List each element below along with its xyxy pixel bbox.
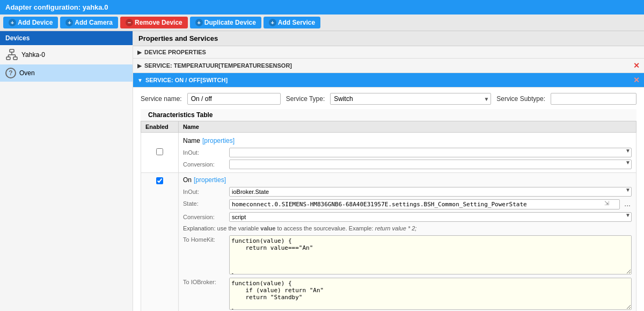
name-conversion-select[interactable] — [229, 160, 632, 169]
sidebar-item-yahka0-label: Yahka-0 — [21, 51, 45, 59]
col-name: Name — [179, 121, 636, 133]
section-service-temp[interactable]: ▶ SERVICE: TEMPERATUUR[TEMPERATURESENSOR… — [133, 59, 644, 73]
on-state-input-wrapper: ⇲ — [229, 199, 620, 209]
close-switch-service-button[interactable]: ✕ — [633, 76, 640, 84]
on-tohomekit-label: To HomeKit: — [183, 235, 226, 243]
service-type-select[interactable]: Switch — [330, 93, 491, 105]
on-inout-select-wrapper: ioBroker.State ▼ — [229, 187, 632, 197]
duplicate-device-icon: + — [195, 19, 203, 26]
service-subtype-input[interactable] — [551, 93, 636, 105]
remove-device-icon: − — [126, 19, 133, 26]
on-enabled-cell — [141, 173, 179, 312]
title-text: Adapter configuration: yahka.0 — [5, 3, 108, 11]
service-form: Service name: Service Type: Switch ▼ Ser… — [133, 88, 644, 311]
name-detail-cell: Name [properties] InOut: ▼ — [179, 133, 636, 173]
service-name-row: Service name: Service Type: Switch ▼ Ser… — [141, 93, 636, 105]
close-temp-service-button[interactable]: ✕ — [633, 61, 640, 70]
on-inout-row: InOut: ioBroker.State ▼ — [183, 186, 632, 198]
on-detail-cell: On [properties] InOut: ioBroker.State — [179, 173, 636, 312]
name-inout-select-wrapper: ▼ — [229, 148, 632, 157]
on-conversion-row: Conversion: script ▼ — [183, 211, 632, 223]
question-icon: ? — [5, 68, 16, 78]
name-conversion-label: Conversion: — [183, 161, 226, 168]
collapse-arrow-switch: ▼ — [137, 77, 143, 83]
char-row-name: Name [properties] InOut: ▼ — [141, 133, 636, 173]
sidebar-item-oven-label: Oven — [19, 69, 35, 77]
title-bar: Adapter configuration: yahka.0 — [0, 0, 644, 15]
service-name-label: Service name: — [141, 95, 182, 103]
add-device-button[interactable]: + Add Device — [3, 17, 58, 28]
on-state-dots-button[interactable]: ... — [623, 199, 632, 208]
on-tohomekit-section: To HomeKit: function(value) { return val… — [183, 234, 632, 276]
content-area: Properties and Services ▶ DEVICE PROPERT… — [133, 31, 644, 311]
service-type-label: Service Type: — [286, 95, 325, 103]
on-state-row: State: ⇲ ... — [183, 198, 632, 211]
on-enabled-checkbox[interactable] — [156, 177, 163, 184]
on-state-input[interactable] — [229, 199, 620, 209]
name-conversion-row: Conversion: ▼ — [183, 158, 632, 170]
sidebar-item-yahka0[interactable]: Yahka-0 — [0, 45, 133, 64]
add-camera-icon: + — [65, 19, 73, 26]
remove-device-button[interactable]: − Remove Device — [120, 17, 188, 28]
on-toiobroker-textarea[interactable]: function(value) { if (value) return "An"… — [229, 278, 632, 310]
main-layout: Devices Yahka-0 ? Oven Prop — [0, 31, 644, 311]
add-camera-button[interactable]: + Add Camera — [60, 17, 118, 28]
char-table: Enabled Name Name [properties] — [141, 121, 636, 311]
on-tohomekit-textarea[interactable]: function(value) { return value==="An" } — [229, 235, 632, 274]
name-properties-link[interactable]: [properties] — [202, 137, 235, 144]
char-row-on: On [properties] InOut: ioBroker.State — [141, 173, 636, 312]
sidebar-header: Devices — [0, 31, 133, 45]
on-explanation: Explanation: use the variable value to a… — [183, 223, 632, 234]
service-name-input[interactable] — [187, 93, 281, 105]
collapse-arrow-device: ▶ — [137, 49, 142, 55]
section-device-properties[interactable]: ▶ DEVICE PROPERTIES — [133, 46, 644, 59]
section-service-switch[interactable]: ▼ SERVICE: ON / OFF[SWITCH] ✕ — [133, 73, 644, 88]
collapse-arrow-temp: ▶ — [137, 63, 142, 69]
service-type-wrapper: Switch ▼ — [330, 93, 491, 105]
name-enabled-cell — [141, 133, 179, 173]
on-conversion-select-wrapper: script ▼ — [229, 212, 632, 222]
sidebar: Devices Yahka-0 ? Oven — [0, 31, 133, 311]
name-char-label: Name — [183, 137, 200, 144]
toolbar: + Add Device + Add Camera − Remove Devic… — [0, 15, 644, 31]
on-properties-link[interactable]: [properties] — [194, 176, 226, 184]
content-header: Properties and Services — [133, 31, 644, 46]
name-inout-row: InOut: ▼ — [183, 147, 632, 158]
on-state-resize-icon[interactable]: ⇲ — [604, 200, 609, 207]
on-char-label: On — [183, 176, 192, 184]
name-enabled-checkbox[interactable] — [156, 148, 163, 155]
col-enabled: Enabled — [141, 121, 179, 133]
hierarchy-icon — [5, 48, 18, 61]
name-inout-select[interactable] — [229, 148, 632, 157]
on-toiobroker-section: To IOBroker: function(value) { if (value… — [183, 276, 632, 311]
on-inout-select[interactable]: ioBroker.State — [229, 187, 632, 197]
on-conversion-label: Conversion: — [183, 214, 226, 220]
add-service-button[interactable]: + Add Service — [264, 17, 320, 28]
on-conversion-select[interactable]: script — [229, 212, 632, 222]
on-state-label: State: — [183, 199, 226, 207]
sidebar-item-oven[interactable]: ? Oven — [0, 64, 133, 82]
on-explanation-text: Explanation: use the variable value to a… — [183, 225, 416, 232]
on-toiobroker-label: To IOBroker: — [183, 278, 226, 285]
add-service-icon: + — [269, 19, 276, 26]
service-subtype-label: Service Subtype: — [496, 95, 545, 103]
name-conversion-select-wrapper: ▼ — [229, 160, 632, 169]
add-device-icon: + — [9, 19, 16, 26]
duplicate-device-button[interactable]: + Duplicate Device — [190, 17, 261, 28]
name-inout-label: InOut: — [183, 149, 226, 156]
svg-rect-0 — [10, 49, 14, 52]
on-inout-label: InOut: — [183, 189, 226, 195]
svg-rect-2 — [13, 57, 17, 60]
char-table-header: Characteristics Table — [141, 109, 636, 121]
svg-rect-1 — [6, 57, 10, 60]
